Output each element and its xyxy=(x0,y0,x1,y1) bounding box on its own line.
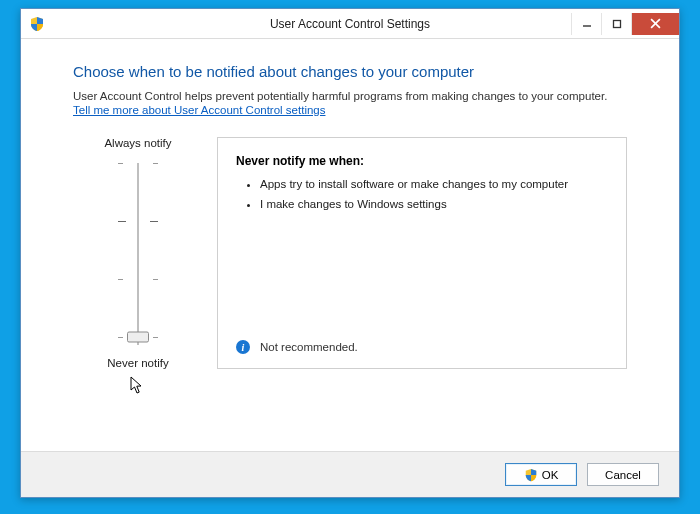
window-buttons xyxy=(571,13,679,35)
cancel-button-label: Cancel xyxy=(605,469,641,481)
uac-shield-icon xyxy=(524,468,538,482)
panel-bullet: I make changes to Windows settings xyxy=(260,198,608,210)
close-button[interactable] xyxy=(631,13,679,35)
ok-button[interactable]: OK xyxy=(505,463,577,486)
titlebar: User Account Control Settings xyxy=(21,9,679,39)
slider-label-never: Never notify xyxy=(107,357,168,369)
page-heading: Choose when to be notified about changes… xyxy=(73,63,627,80)
panel-bullet: Apps try to install software or make cha… xyxy=(260,178,608,190)
content-area: Choose when to be notified about changes… xyxy=(21,39,679,451)
ok-button-label: OK xyxy=(542,469,559,481)
cancel-button[interactable]: Cancel xyxy=(587,463,659,486)
panel-note: i Not recommended. xyxy=(236,340,608,354)
slider-track[interactable] xyxy=(118,159,158,349)
panel-note-text: Not recommended. xyxy=(260,341,358,353)
info-icon: i xyxy=(236,340,250,354)
panel-title: Never notify me when: xyxy=(236,154,608,168)
page-subtext: User Account Control helps prevent poten… xyxy=(73,90,627,102)
uac-settings-window: User Account Control Settings Choose whe… xyxy=(20,8,680,498)
panel-bullet-list: Apps try to install software or make cha… xyxy=(236,178,608,218)
svg-rect-1 xyxy=(613,20,620,27)
help-link[interactable]: Tell me more about User Account Control … xyxy=(73,104,325,116)
maximize-button[interactable] xyxy=(601,13,631,35)
slider-label-always: Always notify xyxy=(104,137,171,149)
slider-thumb[interactable] xyxy=(127,332,149,343)
uac-shield-icon xyxy=(29,16,45,32)
notification-slider: Always notify Never notify xyxy=(73,137,203,369)
info-panel: Never notify me when: Apps try to instal… xyxy=(217,137,627,369)
minimize-button[interactable] xyxy=(571,13,601,35)
dialog-footer: OK Cancel xyxy=(21,451,679,497)
